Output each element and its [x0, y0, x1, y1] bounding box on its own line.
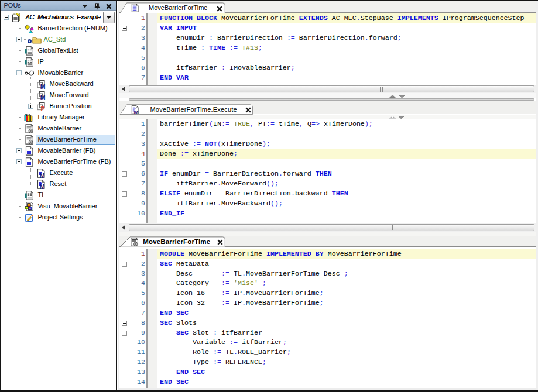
svg-text:M: M: [40, 94, 45, 99]
svg-text:M: M: [40, 82, 45, 88]
svg-text:P: P: [40, 105, 44, 111]
